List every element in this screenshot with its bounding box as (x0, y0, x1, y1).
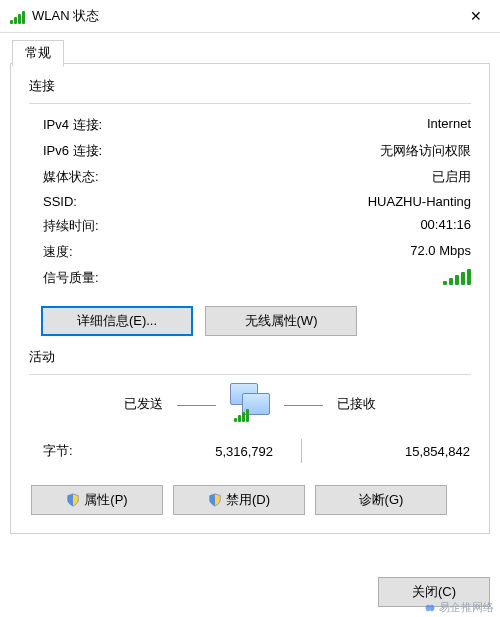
vertical-divider (301, 439, 302, 463)
network-monitors-icon (226, 383, 274, 425)
ipv4-value: Internet (427, 116, 471, 134)
connection-group: 连接 IPv4 连接: Internet IPv6 连接: 无网络访问权限 媒体… (29, 77, 471, 336)
disable-button-label: 禁用(D) (226, 491, 270, 509)
row-ipv6: IPv6 连接: 无网络访问权限 (29, 138, 471, 164)
connection-label: 连接 (29, 77, 471, 95)
bytes-sent-value: 5,316,792 (133, 444, 273, 459)
row-speed: 速度: 72.0 Mbps (29, 239, 471, 265)
close-button[interactable]: 关闭(C) (378, 577, 490, 607)
properties-button-label: 属性(P) (84, 491, 127, 509)
row-ssid: SSID: HUAZHU-Hanting (29, 190, 471, 213)
divider (29, 103, 471, 104)
activity-header: 已发送 ——— ——— 已接收 (29, 383, 471, 425)
disable-button[interactable]: 禁用(D) (173, 485, 305, 515)
bytes-label: 字节: (43, 442, 133, 460)
signal-bars-icon (443, 269, 471, 285)
speed-value: 72.0 Mbps (410, 243, 471, 261)
details-button[interactable]: 详细信息(E)... (41, 306, 193, 336)
diagnose-button[interactable]: 诊断(G) (315, 485, 447, 515)
tab-strip: 常规 (10, 39, 490, 64)
row-ipv4: IPv4 连接: Internet (29, 112, 471, 138)
dash-icon: ——— (177, 397, 216, 412)
bytes-recv-value: 15,854,842 (330, 444, 470, 459)
media-value: 已启用 (432, 168, 471, 186)
ipv6-value: 无网络访问权限 (380, 142, 471, 160)
row-duration: 持续时间: 00:41:16 (29, 213, 471, 239)
row-signal: 信号质量: (29, 265, 471, 292)
received-label: 已接收 (333, 395, 447, 413)
ipv6-label: IPv6 连接: (43, 142, 102, 160)
sent-label: 已发送 (53, 395, 167, 413)
duration-value: 00:41:16 (420, 217, 471, 235)
properties-button[interactable]: 属性(P) (31, 485, 163, 515)
signal-label: 信号质量: (43, 269, 99, 288)
ssid-value: HUAZHU-Hanting (368, 194, 471, 209)
shield-icon (66, 493, 80, 507)
dialog-footer: 关闭(C) (378, 577, 490, 607)
divider (29, 374, 471, 375)
close-icon[interactable]: ✕ (453, 1, 498, 31)
titlebar: WLAN 状态 ✕ (0, 0, 500, 33)
signal-icon (10, 8, 26, 24)
speed-label: 速度: (43, 243, 73, 261)
dash-icon: ——— (284, 397, 323, 412)
tab-panel-general: 连接 IPv4 连接: Internet IPv6 连接: 无网络访问权限 媒体… (10, 63, 490, 534)
activity-label: 活动 (29, 348, 471, 366)
row-media: 媒体状态: 已启用 (29, 164, 471, 190)
activity-group: 活动 已发送 ——— ——— 已接收 字节: 5,316,792 (29, 348, 471, 515)
wlan-status-window: WLAN 状态 ✕ 常规 连接 IPv4 连接: Internet IPv6 连… (0, 0, 500, 617)
shield-icon (208, 493, 222, 507)
wireless-properties-button[interactable]: 无线属性(W) (205, 306, 357, 336)
media-label: 媒体状态: (43, 168, 99, 186)
ssid-label: SSID: (43, 194, 77, 209)
window-title: WLAN 状态 (32, 7, 453, 25)
ipv4-label: IPv4 连接: (43, 116, 102, 134)
bytes-row: 字节: 5,316,792 15,854,842 (43, 439, 471, 463)
duration-label: 持续时间: (43, 217, 99, 235)
tab-general[interactable]: 常规 (12, 40, 64, 67)
